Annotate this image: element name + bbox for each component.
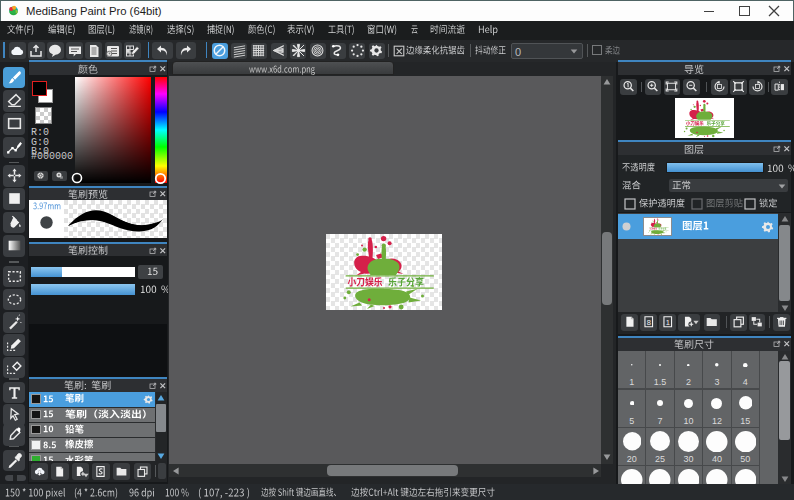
svg-text:8: 8 bbox=[646, 318, 650, 327]
svg-text:1: 1 bbox=[665, 318, 669, 327]
